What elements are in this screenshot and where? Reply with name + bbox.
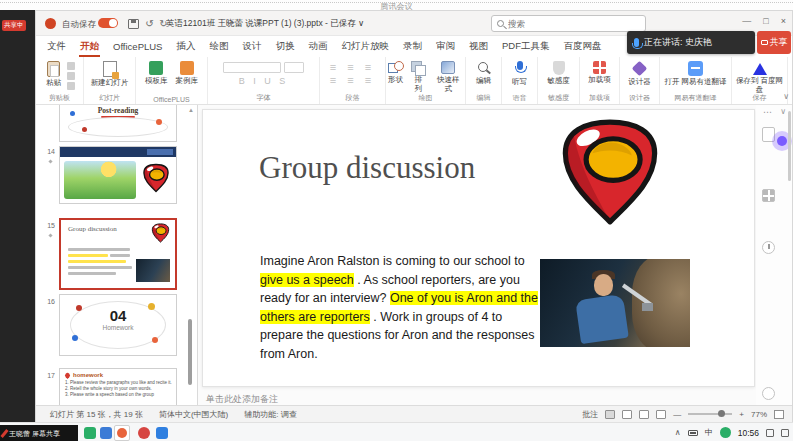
designer-button[interactable]: 设计器 <box>626 60 653 88</box>
slide-thumbnail-panel: ▲ Post-reading 14 15 <box>36 105 198 405</box>
paragraph-list-buttons[interactable]: ≡ ≡ ≡ <box>330 75 375 86</box>
paste-button[interactable]: 粘贴 <box>44 60 63 89</box>
language-indicator[interactable]: 简体中文(中国大陆) <box>159 409 228 420</box>
font-name-select[interactable] <box>223 62 281 73</box>
close-button[interactable]: × <box>781 16 786 26</box>
chevron-down-icon[interactable]: ∨ <box>780 107 786 116</box>
aron-ralston-photo[interactable] <box>540 259 690 347</box>
notification-icon[interactable] <box>766 429 774 437</box>
tab-draw[interactable]: 绘图 <box>208 38 229 55</box>
slide-paragraph[interactable]: Imagine Aron Ralston is coming to our sc… <box>260 252 538 363</box>
clock[interactable]: 10:56 <box>738 428 759 438</box>
taskbar-app-blue2[interactable] <box>156 427 168 439</box>
thumbnail-slide-13[interactable]: Post-reading <box>59 105 177 142</box>
normal-view-icon[interactable] <box>605 410 615 419</box>
autosave-toggle[interactable] <box>98 18 118 28</box>
quick-styles-button[interactable]: 快速样式 <box>432 60 465 94</box>
slideshow-view-icon[interactable] <box>656 410 666 419</box>
new-slide-button[interactable]: 新建幻灯片 <box>89 60 131 89</box>
tab-view[interactable]: 视图 <box>468 38 489 55</box>
slide-sorter-view-icon[interactable] <box>622 410 632 419</box>
current-slide-canvas[interactable]: Group discussion Imagine Aron Ralston is… <box>202 109 755 387</box>
pin-logo[interactable] <box>558 118 662 226</box>
zoom-slider[interactable] <box>688 413 732 415</box>
comments-button[interactable]: 批注 <box>582 409 598 420</box>
tab-file[interactable]: 文件 <box>46 38 67 55</box>
dictate-button[interactable]: 听写 <box>510 60 529 88</box>
powerpoint-app-icon[interactable] <box>45 18 56 29</box>
shapes-button[interactable]: 形状 <box>386 60 405 86</box>
meeting-share-toolbar[interactable]: 王晓蕾 屏幕共享 <box>0 425 78 441</box>
accessibility-indicator[interactable]: 辅助功能: 调查 <box>244 409 296 420</box>
tab-transitions[interactable]: 切换 <box>274 38 295 55</box>
arrange-button[interactable]: 排列 <box>409 60 428 94</box>
tab-officeplus[interactable]: OfficePLUS <box>112 39 163 54</box>
format-painter-icon[interactable] <box>67 82 75 90</box>
template-library-button[interactable]: 模板库 <box>143 60 170 87</box>
tab-design[interactable]: 设计 <box>241 38 262 55</box>
trophy-decoration <box>148 303 155 310</box>
clock-icon[interactable] <box>762 241 775 254</box>
baidu-netdisk-icon <box>753 63 767 75</box>
tab-review[interactable]: 审阅 <box>435 38 456 55</box>
search-box[interactable] <box>491 15 646 32</box>
zoom-level[interactable]: 77% <box>751 410 767 419</box>
reading-view-icon[interactable] <box>639 410 649 419</box>
thumbnail-slide-17[interactable]: homework 1. Please review the paragraphs… <box>59 368 177 405</box>
battery-icon[interactable] <box>688 430 698 436</box>
input-method-indicator[interactable]: 中 <box>705 427 713 438</box>
undo-icon[interactable]: ↺ <box>144 19 155 29</box>
paragraph-align-buttons[interactable]: ≡ ≡ ≡ <box>330 62 375 73</box>
tab-home[interactable]: 开始 <box>79 38 100 55</box>
slide-scrollbar[interactable] <box>788 111 791 181</box>
save-icon[interactable] <box>128 19 139 29</box>
tab-animations[interactable]: 动画 <box>307 38 328 55</box>
taskbar-app-green[interactable] <box>84 427 96 439</box>
tray-expand-icon[interactable]: ∧ <box>675 428 681 437</box>
zoom-out-button[interactable]: — <box>673 410 681 419</box>
tab-insert[interactable]: 插入 <box>175 38 196 55</box>
zoom-slider-knob[interactable] <box>718 410 725 417</box>
taskbar-app-red[interactable] <box>138 427 150 439</box>
designer-icon <box>632 61 648 77</box>
slide-title[interactable]: Group discussion <box>259 150 475 186</box>
side-grid-icon[interactable] <box>762 189 775 202</box>
collapse-ribbon-icon[interactable]: ∨ <box>783 92 789 101</box>
group-clipboard: 粘贴 剪贴板 <box>36 57 84 104</box>
tray-green-app-icon[interactable] <box>720 427 731 438</box>
tab-pdf-tools[interactable]: PDF工具集 <box>501 38 551 55</box>
show-desktop-icon[interactable] <box>781 429 789 437</box>
thumbnail-slide-15-selected[interactable]: Group discussion <box>59 218 177 290</box>
font-style-buttons[interactable]: B I U S <box>239 76 289 86</box>
save-to-baidu-button[interactable]: 保存到 百度网盘 <box>732 60 787 95</box>
taskbar-app-blue[interactable] <box>100 427 112 439</box>
maximize-button[interactable]: □ <box>763 16 768 26</box>
overflow-icon[interactable]: ⋯ <box>763 107 772 117</box>
fit-slide-icon[interactable] <box>774 410 784 419</box>
tab-baidu-netdisk[interactable]: 百度网盘 <box>562 38 602 55</box>
thumbnail-slide-14[interactable] <box>59 146 177 204</box>
thumbnail-scrollbar[interactable] <box>188 319 192 385</box>
copy-icon[interactable] <box>67 72 75 80</box>
side-bottom-icon[interactable] <box>762 387 775 400</box>
zoom-in-button[interactable]: + <box>739 410 744 419</box>
minimize-button[interactable]: — <box>742 16 751 26</box>
search-input[interactable] <box>508 19 640 29</box>
thumbnail-slide-16[interactable]: 04 Homework <box>59 294 177 356</box>
tab-record[interactable]: 录制 <box>402 38 423 55</box>
scroll-up-icon[interactable]: ▲ <box>188 107 194 113</box>
case-library-button[interactable]: 案例库 <box>174 60 201 87</box>
font-size-select[interactable] <box>284 62 304 73</box>
addins-button[interactable]: 加载项 <box>586 60 613 86</box>
slide-14-number: 14 <box>38 148 55 155</box>
editing-button[interactable]: 编辑 <box>474 60 493 87</box>
shared-screen: 腾讯会议 共享中 自动保存 ↺ ↻ 英语12101班 王晓蕾 说课PPT (1)… <box>0 0 793 441</box>
sensitivity-button[interactable]: 敏感度 <box>545 60 572 87</box>
tab-slideshow[interactable]: 幻灯片放映 <box>340 38 390 55</box>
new-slide-icon <box>103 61 117 77</box>
meeting-share-button[interactable]: 共享 <box>757 31 791 54</box>
youdao-translate-button[interactable]: 打开 网易有道翻译 <box>662 60 728 88</box>
taskbar-app-active[interactable] <box>114 425 130 441</box>
cut-icon[interactable] <box>67 62 75 70</box>
powerpoint-window: 自动保存 ↺ ↻ 英语12101班 王晓蕾 说课PPT (1) (3).pptx… <box>35 10 793 422</box>
